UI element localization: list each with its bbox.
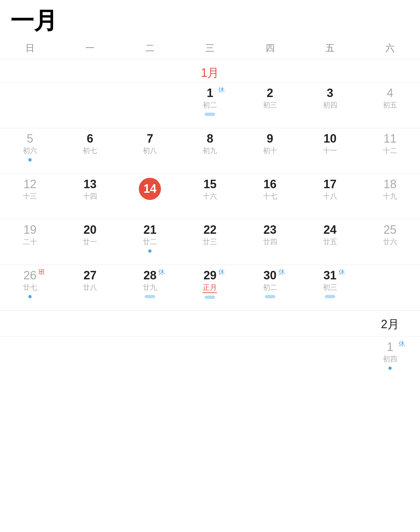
day-cell[interactable]: 11十二 (360, 128, 420, 174)
day-lunar: 初二 (203, 100, 217, 110)
day-cell[interactable]: 31初三休 (300, 265, 360, 310)
day-number-wrap: 29正月休 (203, 269, 217, 293)
day-number: 1 (207, 87, 213, 100)
day-cell[interactable]: 6初七 (60, 128, 120, 174)
day-number-wrap: 10十一 (323, 132, 337, 156)
day-number: 10 (324, 132, 337, 145)
day-cell[interactable]: 17十八 (300, 174, 360, 219)
day-number-wrap: 20廿一 (83, 223, 97, 247)
day-badge: 休 (218, 85, 225, 94)
day-cell[interactable]: 14十五 (120, 174, 180, 219)
day-cell[interactable]: 10十一 (300, 128, 360, 174)
day-number: 9 (267, 132, 273, 145)
week-row: 1初二休2初三3初四4初五 (0, 82, 420, 128)
calendar-title: 一月 (0, 0, 420, 34)
day-cell[interactable]: 9初十 (240, 128, 300, 174)
event-dot (388, 367, 392, 370)
day-cell[interactable]: 13十四 (60, 174, 120, 219)
day-number: 11 (384, 132, 397, 145)
day-lunar: 廿二 (143, 237, 157, 247)
day-cell[interactable]: 3初四 (300, 83, 360, 128)
day-number-wrap: 8初九 (203, 132, 217, 156)
day-cell[interactable]: 16十七 (240, 174, 300, 219)
day-cell[interactable]: 22廿三 (180, 219, 240, 265)
day-number: 30 (264, 269, 277, 282)
day-number-wrap: 6初七 (83, 132, 97, 156)
day-cell[interactable]: 25廿六 (360, 219, 420, 265)
week-row: 19二十20廿一21廿二22廿三23廿四24廿五25廿六 (0, 219, 420, 265)
day-cell (300, 337, 360, 382)
day-cell[interactable]: 30初二休 (240, 265, 300, 310)
day-cell[interactable]: 18十九 (360, 174, 420, 219)
day-lunar: 初七 (83, 146, 97, 156)
day-lunar: 十一 (323, 146, 337, 156)
day-cell (0, 83, 60, 128)
day-number-wrap: 21廿二 (143, 223, 157, 247)
day-lunar: 初四 (383, 354, 397, 364)
day-badge: 休 (279, 268, 285, 276)
day-lunar: 廿一 (83, 237, 97, 247)
day-cell[interactable]: 2初三 (240, 83, 300, 128)
weekday-header: 日一二三四五六 (0, 37, 420, 59)
day-number-wrap: 25廿六 (383, 223, 397, 247)
day-cell[interactable]: 7初八 (120, 128, 180, 174)
day-cell[interactable]: 15十六 (180, 174, 240, 219)
day-cell[interactable]: 19二十 (0, 219, 60, 265)
day-lunar: 十四 (83, 191, 97, 201)
day-number: 23 (264, 223, 277, 236)
event-pill (205, 113, 215, 116)
dot-container (205, 296, 215, 299)
weekday-label: 五 (300, 40, 360, 56)
day-number-wrap: 12十三 (23, 178, 37, 201)
day-lunar: 廿九 (143, 283, 157, 292)
weekday-label: 四 (240, 40, 300, 56)
day-number: 20 (83, 223, 96, 236)
day-number: 31 (324, 269, 337, 282)
event-pill (325, 295, 335, 298)
event-pill (145, 295, 155, 298)
day-lunar: 十二 (383, 146, 397, 156)
day-cell[interactable]: 26廿七班 (0, 265, 60, 310)
day-cell[interactable]: 8初九 (180, 128, 240, 174)
day-number: 19 (23, 223, 36, 236)
day-cell (60, 337, 120, 382)
day-number: 29 (203, 269, 216, 282)
day-cell[interactable]: 29正月休 (180, 265, 240, 310)
day-lunar: 初三 (263, 100, 277, 110)
day-cell[interactable]: 1初四休 (360, 337, 420, 382)
day-number-wrap: 18十九 (383, 178, 397, 201)
dot-container (145, 295, 155, 298)
day-cell (240, 337, 300, 382)
week-row: 26廿七班27廿八28廿九休29正月休30初二休31初三休 (0, 265, 420, 310)
day-badge: 休 (339, 268, 345, 276)
day-lunar: 廿三 (203, 237, 217, 247)
day-cell (360, 265, 420, 310)
day-number-wrap: 1初二休 (203, 87, 217, 110)
day-number-wrap: 17十八 (323, 178, 337, 201)
day-cell[interactable]: 21廿二 (120, 219, 180, 265)
day-number: 5 (27, 132, 33, 145)
day-cell[interactable]: 24廿五 (300, 219, 360, 265)
day-cell[interactable]: 5初六 (0, 128, 60, 174)
day-cell[interactable]: 1初二休 (180, 83, 240, 128)
week-row: 12十三13十四14十五15十六16十七17十八18十九 (0, 174, 420, 219)
feb-label-cell: 2月 (360, 313, 420, 334)
dot-container (325, 295, 335, 298)
today-number: 14 (139, 178, 161, 200)
february-label: 2月 (360, 313, 420, 334)
day-number-wrap: 4初五 (383, 87, 397, 110)
day-number-wrap: 27廿八 (83, 269, 97, 292)
day-cell (60, 83, 120, 128)
day-lunar: 廿七 (23, 283, 37, 292)
day-cell[interactable]: 12十三 (0, 174, 60, 219)
day-cell[interactable]: 28廿九休 (120, 265, 180, 310)
day-cell[interactable]: 4初五 (360, 83, 420, 128)
day-lunar: 初十 (263, 146, 277, 156)
day-cell[interactable]: 27廿八 (60, 265, 120, 310)
day-cell[interactable]: 20廿一 (60, 219, 120, 265)
day-cell[interactable]: 23廿四 (240, 219, 300, 265)
january-weeks: 1初二休2初三3初四4初五5初六6初七7初八8初九9初十10十一11十二12十三… (0, 82, 420, 310)
february-week-row: 1初四休 (0, 336, 420, 382)
day-number-wrap: 9初十 (263, 132, 277, 156)
day-cell (180, 337, 240, 382)
